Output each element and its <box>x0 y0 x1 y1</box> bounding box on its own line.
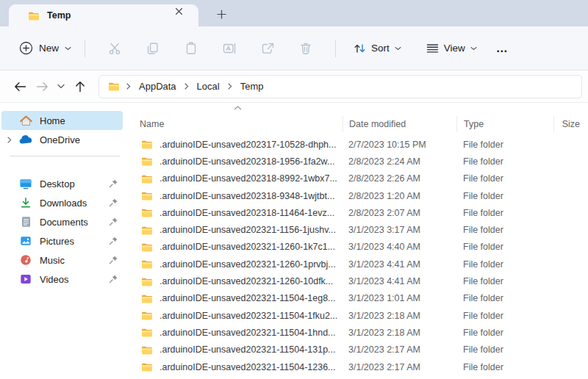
sidebar-item-pictures[interactable]: Pictures <box>1 231 123 250</box>
file-row[interactable]: .arduinoIDE-unsaved202321-1260-10dfk... … <box>133 272 588 289</box>
file-list: .arduinoIDE-unsaved202317-10528-dhph... … <box>133 136 588 375</box>
file-type: File folder <box>456 208 553 218</box>
breadcrumb-chevron-icon[interactable] <box>126 83 131 90</box>
breadcrumb-local[interactable]: Local <box>196 79 221 93</box>
documents-icon <box>18 216 34 228</box>
file-row[interactable]: .arduinoIDE-unsaved202321-11504-1hnd... … <box>133 324 588 341</box>
sidebar-item-label: Pictures <box>40 236 104 247</box>
file-type: File folder <box>456 225 553 235</box>
file-date-modified: 3/1/2023 2:18 AM <box>343 311 456 321</box>
column-header-size[interactable]: Size <box>553 116 588 132</box>
file-type: File folder <box>456 191 553 201</box>
file-explorer-window: Temp New <box>0 0 588 379</box>
breadcrumb-chevron-icon[interactable] <box>184 83 189 90</box>
folder-icon <box>141 225 153 235</box>
rename-button[interactable] <box>210 41 248 56</box>
tab-temp[interactable]: Temp <box>9 4 198 26</box>
file-row[interactable]: .arduinoIDE-unsaved202321-11504-1236... … <box>133 358 588 375</box>
back-button[interactable] <box>9 76 31 98</box>
file-date-modified: 2/7/2023 10:15 PM <box>343 140 456 150</box>
file-name: .arduinoIDE-unsaved202317-10528-dhph... <box>159 140 336 150</box>
sidebar-item-videos[interactable]: Videos <box>1 270 123 289</box>
share-button[interactable] <box>248 41 287 56</box>
pin-icon <box>104 198 123 208</box>
sidebar-item-label: Documents <box>40 217 104 228</box>
file-row[interactable]: .arduinoIDE-unsaved202321-1260-1prvbj...… <box>133 256 588 272</box>
navigation-pane: Home OneDrive Desktop <box>0 103 133 378</box>
file-name: .arduinoIDE-unsaved202321-11504-1fku2... <box>159 311 337 321</box>
folder-icon <box>108 82 120 91</box>
breadcrumb-temp[interactable]: Temp <box>239 79 265 93</box>
home-icon <box>18 115 34 127</box>
new-tab-button[interactable] <box>212 6 231 24</box>
folder-icon <box>141 362 153 372</box>
column-header-name[interactable]: Name <box>133 119 343 129</box>
file-row[interactable]: .arduinoIDE-unsaved202321-11504-1eg8... … <box>133 290 588 307</box>
breadcrumb-chevron-icon[interactable] <box>228 83 232 90</box>
sidebar-item-documents[interactable]: Documents <box>1 212 123 231</box>
view-button[interactable]: View <box>419 38 484 58</box>
delete-button[interactable] <box>287 41 325 56</box>
column-header-date-modified[interactable]: Date modified <box>343 116 456 132</box>
sort-button-label: Sort <box>371 43 390 54</box>
folder-icon <box>141 311 153 320</box>
copy-button[interactable] <box>134 41 172 56</box>
file-date-modified: 3/1/2023 2:18 AM <box>343 328 456 338</box>
cut-icon <box>107 41 122 56</box>
new-button[interactable]: New <box>16 37 74 59</box>
file-type: File folder <box>456 293 553 303</box>
expand-chevron-icon[interactable] <box>1 137 18 143</box>
chevron-down-icon <box>65 46 71 51</box>
sort-icon <box>354 43 366 54</box>
folder-icon <box>141 156 153 166</box>
forward-button[interactable] <box>31 76 53 98</box>
file-name: .arduinoIDE-unsaved202321-11504-1236... <box>159 362 336 372</box>
breadcrumb-appdata[interactable]: AppData <box>137 79 178 93</box>
paste-icon <box>184 41 198 56</box>
recent-locations-button[interactable] <box>53 76 69 98</box>
file-type: File folder <box>456 344 553 355</box>
file-row[interactable]: .arduinoIDE-unsaved202318-9348-1wjtbt...… <box>133 187 588 204</box>
file-row[interactable]: .arduinoIDE-unsaved202321-11504-1fku2...… <box>133 307 588 324</box>
file-row[interactable]: .arduinoIDE-unsaved202318-1956-1fa2w... … <box>133 153 588 170</box>
sidebar-item-music[interactable]: Music <box>1 250 123 270</box>
folder-icon <box>141 140 153 149</box>
file-date-modified: 3/1/2023 2:17 AM <box>343 362 456 372</box>
sidebar-item-desktop[interactable]: Desktop <box>1 174 123 193</box>
file-type: File folder <box>456 156 553 167</box>
column-headers: Name Date modified Type Size <box>133 115 588 134</box>
file-row[interactable]: .arduinoIDE-unsaved202321-1156-1jushv...… <box>133 221 588 238</box>
file-row[interactable]: .arduinoIDE-unsaved202318-11464-1evz... … <box>133 204 588 221</box>
videos-icon <box>18 273 34 285</box>
paste-button[interactable] <box>172 41 210 56</box>
file-date-modified: 2/8/2023 1:20 AM <box>343 191 456 201</box>
file-row[interactable]: .arduinoIDE-unsaved202318-8992-1wbx7... … <box>133 170 588 187</box>
file-type: File folder <box>456 362 553 372</box>
file-row[interactable]: .arduinoIDE-unsaved202321-11504-131p... … <box>133 342 588 358</box>
cut-button[interactable] <box>96 41 134 56</box>
sidebar-item-downloads[interactable]: Downloads <box>1 193 123 212</box>
rename-icon <box>222 41 237 56</box>
see-more-button[interactable]: … <box>484 42 520 55</box>
sidebar-item-label: Videos <box>40 274 104 285</box>
sidebar-item-onedrive[interactable]: OneDrive <box>1 130 123 149</box>
pin-icon <box>104 217 123 227</box>
column-header-type[interactable]: Type <box>456 116 553 132</box>
folder-icon <box>141 328 153 337</box>
new-button-label: New <box>39 43 59 54</box>
address-bar[interactable]: AppData Local Temp <box>98 75 582 98</box>
folder-icon <box>28 11 40 21</box>
file-name: .arduinoIDE-unsaved202321-1260-1prvbj... <box>159 259 336 270</box>
up-button[interactable] <box>69 76 91 98</box>
file-name: .arduinoIDE-unsaved202321-11504-131p... <box>159 344 336 355</box>
tab-close-icon[interactable] <box>175 7 191 24</box>
file-row[interactable]: .arduinoIDE-unsaved202321-1260-1k7c1... … <box>133 239 588 256</box>
file-name: .arduinoIDE-unsaved202321-1156-1jushv... <box>159 225 336 235</box>
folder-icon <box>141 277 153 286</box>
file-date-modified: 2/8/2023 2:26 AM <box>343 173 456 184</box>
file-name: .arduinoIDE-unsaved202318-1956-1fa2w... <box>159 156 334 167</box>
file-row[interactable]: .arduinoIDE-unsaved202317-10528-dhph... … <box>133 136 588 153</box>
sort-button[interactable]: Sort <box>346 38 409 59</box>
folder-icon <box>141 294 153 303</box>
sidebar-item-home[interactable]: Home <box>1 111 123 130</box>
